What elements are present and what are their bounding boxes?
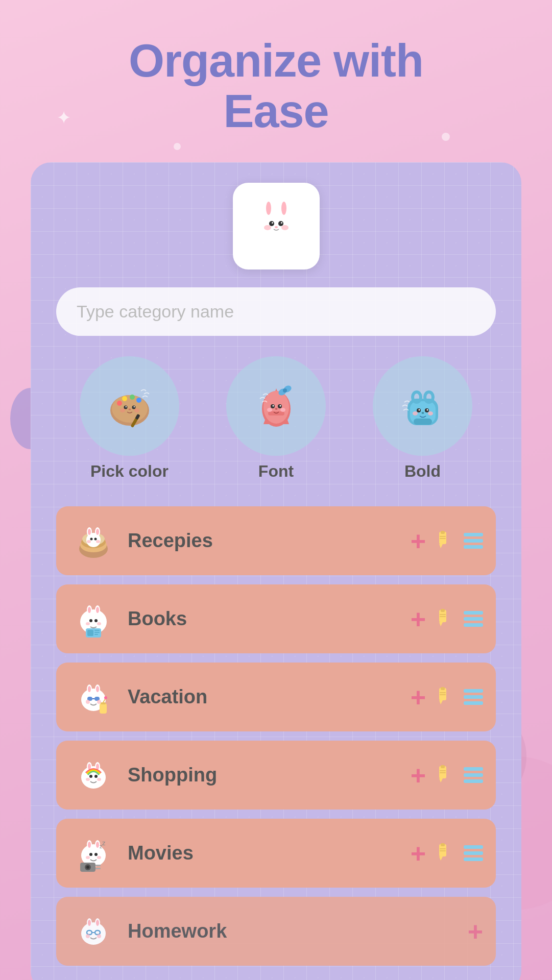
svg-point-98	[88, 686, 91, 692]
add-movies-button[interactable]: +	[411, 840, 426, 867]
svg-point-28	[117, 401, 122, 406]
svg-marker-111	[439, 700, 443, 704]
svg-marker-73	[439, 544, 443, 548]
search-input-container[interactable]	[56, 287, 496, 336]
pick-color-button[interactable]: Pick color	[80, 356, 179, 481]
svg-text:z: z	[102, 839, 106, 847]
svg-rect-113	[440, 694, 446, 695]
svg-point-132	[96, 842, 99, 848]
font-button[interactable]: Font	[226, 356, 326, 481]
menu-vacation-button[interactable]	[464, 689, 483, 705]
edit-vacation-button[interactable]	[435, 685, 454, 709]
app-icon-container	[56, 183, 496, 270]
svg-point-133	[89, 853, 92, 856]
category-emoji-shopping	[69, 751, 117, 799]
category-item-vacation[interactable]: Vacation +	[56, 663, 496, 731]
svg-point-65	[88, 529, 91, 535]
svg-point-3	[266, 202, 271, 215]
svg-point-23	[120, 408, 125, 412]
svg-point-53	[426, 409, 428, 410]
svg-point-66	[96, 529, 99, 535]
add-shopping-button[interactable]: +	[411, 762, 426, 789]
svg-point-81	[89, 619, 92, 622]
svg-rect-75	[440, 538, 446, 539]
category-name-vacation: Vacation	[128, 686, 400, 708]
svg-point-42	[275, 408, 277, 410]
bold-icon-circle	[373, 356, 472, 456]
category-item-recepies[interactable]: Recepies +	[56, 506, 496, 575]
edit-recepies-button[interactable]	[435, 529, 454, 553]
edit-shopping-button[interactable]	[435, 763, 454, 788]
menu-movies-button[interactable]	[464, 845, 483, 861]
svg-point-137	[86, 856, 90, 859]
svg-point-67	[90, 537, 92, 540]
svg-point-55	[428, 411, 433, 415]
svg-point-157	[86, 934, 90, 938]
svg-point-134	[94, 853, 98, 856]
svg-point-22	[133, 406, 134, 407]
svg-rect-86	[87, 630, 93, 636]
svg-rect-87	[94, 630, 100, 631]
svg-marker-125	[439, 778, 443, 782]
edit-books-button[interactable]	[435, 607, 454, 631]
add-books-button[interactable]: +	[411, 606, 426, 632]
svg-point-20	[132, 405, 135, 409]
svg-point-24	[134, 408, 139, 412]
svg-point-149	[81, 922, 106, 945]
font-label: Font	[258, 462, 294, 481]
svg-point-38	[272, 405, 274, 406]
svg-rect-88	[94, 632, 100, 633]
edit-movies-button[interactable]	[435, 841, 454, 866]
svg-point-11	[281, 225, 289, 230]
add-recepies-button[interactable]: +	[411, 528, 426, 554]
category-emoji-homework	[69, 907, 117, 955]
category-actions-movies: +	[411, 840, 483, 867]
main-card: Pick color	[31, 162, 521, 980]
svg-rect-110	[441, 687, 445, 690]
category-emoji-movies: z z	[69, 829, 117, 877]
category-name-input[interactable]	[56, 287, 496, 336]
svg-point-54	[413, 411, 418, 415]
svg-rect-72	[441, 531, 445, 534]
add-vacation-button[interactable]: +	[411, 684, 426, 710]
menu-recepies-button[interactable]	[464, 533, 483, 549]
bold-button[interactable]: Bold	[373, 356, 472, 481]
svg-point-79	[88, 607, 91, 613]
category-emoji-vacation	[69, 673, 117, 721]
category-actions-homework: +	[468, 918, 483, 945]
svg-point-152	[88, 920, 91, 926]
svg-point-83	[86, 622, 90, 625]
svg-point-40	[267, 408, 272, 412]
add-homework-button[interactable]: +	[468, 918, 483, 945]
svg-rect-124	[441, 765, 445, 768]
category-actions-recepies: +	[411, 528, 483, 554]
svg-rect-148	[440, 850, 446, 851]
svg-point-16	[276, 250, 290, 257]
category-name-books: Books	[128, 608, 400, 630]
menu-shopping-button[interactable]	[464, 767, 483, 783]
svg-point-6	[269, 221, 274, 226]
category-actions-books: +	[411, 606, 483, 632]
category-emoji-books	[69, 595, 117, 643]
svg-point-138	[97, 856, 101, 859]
svg-rect-74	[440, 536, 446, 537]
page-title: Organize with Ease	[31, 36, 521, 137]
menu-books-button[interactable]	[464, 611, 483, 627]
svg-point-52	[418, 409, 420, 410]
svg-point-70	[96, 540, 100, 543]
svg-rect-106	[101, 702, 106, 704]
category-item-books[interactable]: Books +	[56, 584, 496, 653]
category-name-recepies: Recepies	[128, 530, 400, 552]
category-item-homework[interactable]: Homework +	[56, 897, 496, 966]
svg-point-7	[278, 221, 283, 226]
svg-point-119	[89, 775, 92, 778]
svg-point-99	[96, 686, 99, 692]
svg-rect-91	[441, 609, 445, 612]
svg-point-34	[263, 391, 289, 424]
pick-color-icon-circle	[80, 356, 179, 456]
category-list: Recepies +	[56, 506, 496, 966]
category-item-movies[interactable]: z z Movies +	[56, 819, 496, 888]
svg-point-39	[279, 405, 281, 406]
category-name-movies: Movies	[128, 842, 400, 864]
category-item-shopping[interactable]: Shopping +	[56, 741, 496, 810]
